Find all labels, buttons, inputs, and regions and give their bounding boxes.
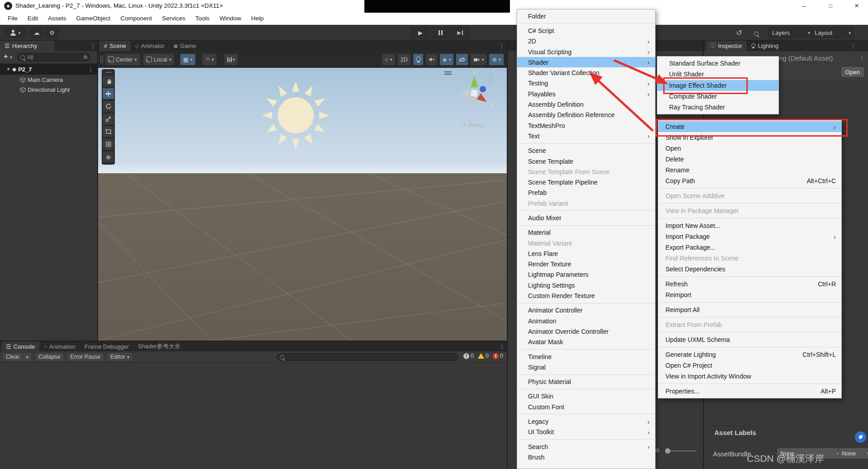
disclosure-triangle-icon[interactable]: ▼ xyxy=(6,67,10,71)
menu-item-scene-template[interactable]: Scene Template xyxy=(517,156,655,166)
menu-item-rename[interactable]: Rename xyxy=(658,165,841,175)
minimize-button[interactable]: – xyxy=(797,1,811,10)
tab-inspector[interactable]: ⓘ Inspector xyxy=(706,41,746,51)
clear-button[interactable]: Clear xyxy=(2,352,23,361)
menu-item-animation[interactable]: Animation xyxy=(517,316,655,326)
menu-item-visual-scripting[interactable]: Visual Scripting› xyxy=(517,47,655,57)
tab-animator[interactable]: ◇ Animator xyxy=(131,41,169,51)
grid-snap-button[interactable]: ▦ ▾ xyxy=(180,53,196,66)
project-zoom-slider-track[interactable] xyxy=(670,450,697,451)
open-asset-button[interactable]: Open xyxy=(841,66,864,77)
menu-item-update-uxml-schema[interactable]: Update UXML Schema xyxy=(658,334,841,345)
pivot-mode-button[interactable]: Center ▾ xyxy=(105,53,140,66)
hierarchy-row-main-camera[interactable]: Main Camera xyxy=(0,75,97,85)
pause-button[interactable] xyxy=(431,27,449,38)
menubar-item-window[interactable]: Window xyxy=(214,12,246,24)
menu-item-view-in-import-activity-window[interactable]: View in Import Activity Window xyxy=(658,371,841,382)
overlay-grip[interactable] xyxy=(444,71,452,75)
menu-item-physic-material[interactable]: Physic Material xyxy=(517,377,655,387)
scene-viewport[interactable]: y x z < Persp xyxy=(98,68,507,341)
menu-item-avatar-mask[interactable]: Avatar Mask xyxy=(517,337,655,347)
layers-dropdown[interactable]: Layers▾ xyxy=(769,27,814,38)
persp-label[interactable]: < Persp xyxy=(462,120,484,127)
services-button[interactable]: ⚙ xyxy=(45,27,59,38)
error-count-badge[interactable]: ! 0 xyxy=(493,353,503,359)
close-button[interactable]: × xyxy=(850,1,863,10)
label-tag-button[interactable] xyxy=(855,431,866,443)
maximize-button[interactable]: □ xyxy=(824,1,837,10)
tab-game[interactable]: ▦ Game xyxy=(169,41,201,51)
transform-tool-button[interactable] xyxy=(102,138,114,150)
menu-item-scene[interactable]: Scene xyxy=(517,146,655,156)
rotate-tool-button[interactable] xyxy=(102,100,114,112)
account-button[interactable]: ▾ xyxy=(4,27,27,38)
increment-snap-button[interactable]: ▾ xyxy=(224,53,238,66)
menu-item-scene-template-pipeline[interactable]: Scene Template Pipeline xyxy=(517,177,655,187)
custom-tool-button[interactable]: ⊕ xyxy=(102,151,114,163)
info-count-badge[interactable]: ! 0 xyxy=(463,353,474,359)
menu-item-folder[interactable]: Folder xyxy=(517,11,655,21)
undo-history-icon[interactable]: ↺ xyxy=(736,28,742,37)
error-pause-button[interactable]: Error Pause xyxy=(67,352,104,361)
console-search-input[interactable] xyxy=(277,353,458,361)
tab-console[interactable]: ☰ Console xyxy=(1,341,39,351)
editor-dropdown-button[interactable]: Editor▾ xyxy=(107,352,133,361)
menu-item-2d[interactable]: 2D› xyxy=(517,36,655,47)
kebab-menu-icon[interactable]: ⋮ xyxy=(859,55,865,62)
menu-item-animator-controller[interactable]: Animator Controller xyxy=(517,305,655,316)
menu-item-reimport[interactable]: Reimport xyxy=(658,289,841,300)
tab-lighting[interactable]: Lighting xyxy=(746,41,783,51)
effects-toggle-button[interactable]: ◈ ▾ xyxy=(439,53,454,66)
menu-item-gui-skin[interactable]: GUI Skin xyxy=(517,391,655,402)
layout-dropdown[interactable]: Layout▾ xyxy=(811,27,854,38)
cloud-button[interactable]: ☁ xyxy=(30,27,43,38)
menu-item-material[interactable]: Material xyxy=(517,227,655,238)
search-icon[interactable] xyxy=(754,30,759,38)
menu-item-c-script[interactable]: C# Script xyxy=(517,25,655,36)
menu-item-generate-lighting[interactable]: Generate LightingCtrl+Shift+L xyxy=(658,349,841,360)
menu-item-shader[interactable]: Shader› xyxy=(517,57,655,67)
menu-item-reimport-all[interactable]: Reimport All xyxy=(658,304,841,315)
step-button[interactable]: ▶ xyxy=(451,27,469,38)
kebab-menu-icon[interactable]: ⋮ xyxy=(90,43,96,49)
menu-item-ray-tracing-shader[interactable]: Ray Tracing Shader xyxy=(657,102,778,113)
menu-item-lightmap-parameters[interactable]: Lightmap Parameters xyxy=(517,270,655,280)
tab-animation[interactable]: ○ Animation xyxy=(39,341,80,351)
menu-item-refresh[interactable]: RefreshCtrl+R xyxy=(658,279,841,289)
menubar-item-help[interactable]: Help xyxy=(246,12,269,24)
hierarchy-row-scene[interactable]: ▼ ◆ P2_7 ⋮ xyxy=(0,64,97,75)
rect-tool-button[interactable] xyxy=(102,126,114,137)
menubar-item-assets[interactable]: Assets xyxy=(43,12,71,24)
collapse-button[interactable]: Collapse xyxy=(35,352,64,361)
kebab-menu-icon[interactable]: ⋮ xyxy=(850,43,856,49)
menu-item-lighting-settings[interactable]: Lighting Settings xyxy=(517,280,655,290)
tab-scene[interactable]: # Scene xyxy=(99,41,131,51)
orientation-mode-button[interactable]: Local ▾ xyxy=(143,53,175,66)
menu-item-prefab[interactable]: Prefab xyxy=(517,188,655,198)
menu-item-timeline[interactable]: Timeline xyxy=(517,351,655,362)
menu-item-select-dependencies[interactable]: Select Dependencies xyxy=(658,264,841,275)
menu-item-playables[interactable]: Playables› xyxy=(517,89,655,99)
audio-toggle-button[interactable] xyxy=(425,53,438,66)
menu-item-assembly-definition[interactable]: Assembly Definition xyxy=(517,99,655,109)
hierarchy-search-input[interactable]: All ⧉ xyxy=(17,53,90,62)
kebab-menu-icon[interactable]: ⋮ xyxy=(499,343,505,350)
menubar-item-file[interactable]: File xyxy=(3,12,23,24)
menu-item-delete[interactable]: Delete xyxy=(658,154,841,165)
visibility-toggle-button[interactable] xyxy=(456,53,468,66)
kebab-menu-icon[interactable]: ⋮ xyxy=(88,66,94,73)
chevron-down-icon[interactable]: ▾ xyxy=(10,55,12,60)
menubar-item-services[interactable]: Services xyxy=(157,12,190,24)
tab-hierarchy[interactable]: ☰ Hierarchy xyxy=(0,41,54,51)
menu-item-standard-surface-shader[interactable]: Standard Surface Shader xyxy=(657,58,778,69)
menu-item-properties[interactable]: Properties...Alt+P xyxy=(658,386,841,397)
menu-item-signal[interactable]: Signal xyxy=(517,362,655,372)
tab-shader-reference[interactable]: Shader参考大全 xyxy=(133,341,185,351)
hierarchy-row-directional-light[interactable]: Directional Light xyxy=(0,85,97,95)
menubar-item-gameobject[interactable]: GameObject xyxy=(71,12,116,24)
menu-item-open[interactable]: Open xyxy=(658,143,841,154)
magnet-snap-button[interactable]: ∪ ▾ xyxy=(202,53,217,66)
menu-item-import-new-asset[interactable]: Import New Asset... xyxy=(658,220,841,231)
menu-item-custom-font[interactable]: Custom Font xyxy=(517,402,655,412)
menu-item-import-package[interactable]: Import Package› xyxy=(658,231,841,242)
